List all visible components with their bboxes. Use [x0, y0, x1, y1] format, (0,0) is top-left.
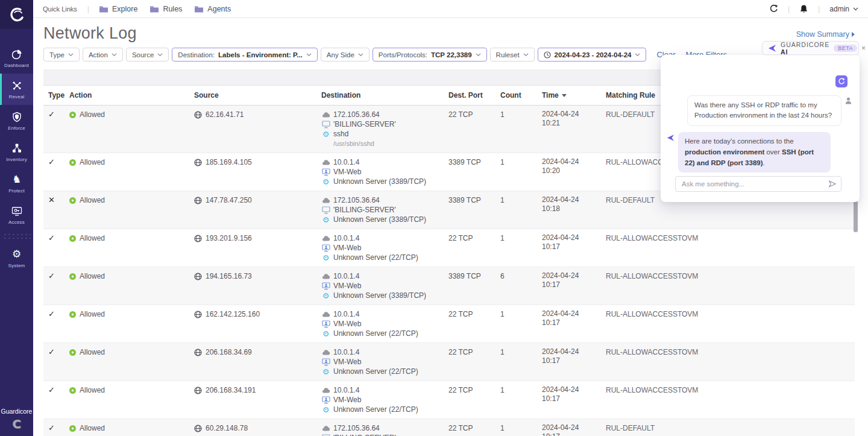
count: 6: [495, 271, 537, 281]
vm-icon: [321, 358, 330, 366]
action-label: Allowed: [80, 385, 105, 395]
quick-links-menu[interactable]: Quick Links: [43, 5, 77, 13]
refresh-icon[interactable]: [769, 4, 778, 13]
source-ip: 162.142.125.160: [206, 309, 260, 319]
allowed-status-icon: [69, 311, 76, 318]
filter-ports-protocols[interactable]: Ports/Protocols: TCP 22,3389: [373, 48, 487, 62]
filter-destination[interactable]: Destination: Labels - Environment: P...: [172, 48, 317, 62]
count: 1: [495, 195, 537, 205]
source-ip: 60.29.148.78: [206, 423, 248, 433]
service-gear-icon: ⚙: [321, 216, 330, 224]
close-icon[interactable]: ×: [861, 44, 866, 52]
sidebar-nav: Dashboard Reveal Enforce Inventory ♞: [0, 42, 33, 274]
dest-port: 22 TCP: [444, 309, 495, 319]
table-row[interactable]: ✓ Allowed 60.29.148.78 172.105.36.64: [43, 419, 855, 436]
date: 2024-04-24: [542, 195, 601, 204]
filter-date-range[interactable]: 2024-04-23 - 2024-04-24: [538, 48, 647, 62]
sidebar-item-inventory[interactable]: Inventory: [0, 136, 33, 168]
show-summary-link[interactable]: Show Summary: [796, 30, 855, 39]
column-header-time[interactable]: Time: [537, 91, 601, 100]
send-icon[interactable]: [828, 180, 837, 188]
table-row[interactable]: ✓ Allowed 206.168.34.191 10.0.1.4: [43, 381, 855, 419]
filter-ruleset[interactable]: Ruleset: [490, 48, 535, 62]
filter-any-side[interactable]: Any Side: [321, 48, 370, 62]
nav-label: Rules: [163, 5, 182, 13]
sidebar-item-dashboard[interactable]: Dashboard: [0, 42, 33, 74]
ai-chip-label: GUARDICORE AI: [781, 41, 829, 55]
internet-globe-icon: [194, 425, 202, 432]
user-menu[interactable]: admin: [829, 5, 858, 13]
sidebar-item-access[interactable]: Access: [0, 199, 33, 230]
service-gear-icon: ⚙: [321, 330, 330, 338]
dest-host: VM-Web: [333, 319, 361, 329]
guardicore-ai-chip[interactable]: GUARDICORE AI BETA ×: [762, 41, 859, 55]
chevron-down-icon: [112, 53, 117, 57]
nav-explore[interactable]: Explore: [99, 5, 137, 13]
sidebar-item-protect[interactable]: ♞ Protect: [0, 168, 33, 199]
table-row[interactable]: ✓ Allowed 206.168.34.69 10.0.1.4: [43, 343, 855, 381]
action-label: Allowed: [80, 233, 105, 243]
table-row[interactable]: ✓ Allowed 162.142.125.160 10.0.1.4: [43, 305, 855, 343]
matching-rule: RUL-ALLOWACCESSTOVM: [601, 309, 855, 319]
ask-input[interactable]: [675, 176, 841, 192]
count: 1: [495, 309, 537, 319]
service-gear-icon: ⚙: [321, 368, 330, 376]
restart-conversation-button[interactable]: [835, 75, 848, 87]
vertical-scrollbar-thumb[interactable]: [854, 201, 858, 232]
source-ip: 193.201.9.156: [206, 233, 252, 243]
app-logo[interactable]: [0, 0, 33, 29]
internet-globe-icon: [194, 273, 202, 280]
action-label: Allowed: [80, 110, 105, 119]
column-header-destination[interactable]: Destination: [316, 91, 444, 100]
network-graph-icon: [11, 80, 22, 92]
user-avatar-icon: [844, 96, 852, 105]
dest-port: 22 TCP: [444, 233, 495, 243]
column-header-source[interactable]: Source: [189, 91, 316, 100]
time: 10:21: [542, 119, 601, 128]
ai-plane-icon: [768, 44, 776, 52]
dest-host: 'BILLING-SERVER': [333, 119, 396, 129]
filter-action[interactable]: Action: [83, 48, 123, 62]
filter-label: Ports/Protocols:: [379, 51, 427, 58]
filter-bar: Type Action Source Destination: Labels -…: [43, 48, 727, 62]
column-header-action[interactable]: Action: [64, 91, 189, 100]
sidebar-item-enforce[interactable]: Enforce: [0, 105, 33, 136]
akamai-crescent-icon: [9, 7, 25, 22]
filter-type[interactable]: Type: [43, 48, 80, 62]
column-header-count[interactable]: Count: [495, 91, 537, 100]
guardicore-brand-text: Guardicore: [0, 408, 33, 415]
show-summary-label: Show Summary: [796, 30, 849, 39]
table-row[interactable]: ✓ Allowed 193.201.9.156 10.0.1.4: [43, 229, 855, 267]
time: 10:17: [542, 318, 601, 327]
ai-reply-bubble: Here are today's connections to the prod…: [678, 132, 831, 172]
sidebar-item-system[interactable]: ⚙ System: [0, 242, 33, 274]
cloud-icon: [321, 197, 330, 203]
shield-icon: [11, 111, 22, 123]
dest-service: Unknown Server (22/TCP): [333, 253, 418, 262]
dest-port: 3389 TCP: [444, 157, 495, 167]
sort-descending-icon: [562, 94, 567, 97]
connection-type-icon: ✓: [48, 385, 55, 394]
dest-service: Unknown Server (3389/TCP): [333, 177, 426, 186]
column-header-type[interactable]: Type: [43, 91, 64, 100]
dest-port: 22 TCP: [444, 385, 495, 395]
nav-label: Explore: [112, 5, 137, 13]
sidebar-item-reveal[interactable]: Reveal: [0, 74, 33, 105]
action-label: Allowed: [80, 195, 105, 205]
nav-rules[interactable]: Rules: [149, 5, 182, 13]
dest-host: VM-Web: [333, 357, 361, 367]
dest-service: Unknown Server (22/TCP): [333, 329, 418, 338]
table-row[interactable]: ✓ Allowed 194.165.16.73 10.0.1.4: [43, 267, 855, 305]
dest-ip: 172.105.36.64: [333, 195, 380, 205]
chevron-down-icon: [635, 53, 640, 57]
nav-agents[interactable]: Agents: [194, 5, 231, 13]
vm-icon: [321, 320, 330, 328]
notifications-bell-icon[interactable]: [799, 4, 808, 14]
ai-assistant-panel: Was there any SSH or RDP traffic to my P…: [661, 55, 860, 202]
allowed-status-icon: [69, 349, 76, 356]
nav-label: Agents: [207, 5, 231, 13]
filter-source[interactable]: Source: [126, 48, 169, 62]
allowed-status-icon: [69, 387, 76, 394]
date: 2024-04-24: [542, 110, 601, 119]
column-header-dest-port[interactable]: Dest. Port: [444, 91, 495, 100]
